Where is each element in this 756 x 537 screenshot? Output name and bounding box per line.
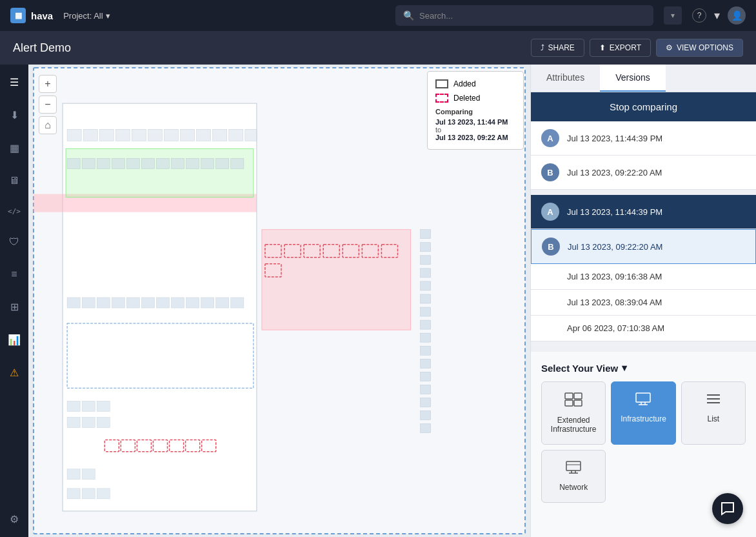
svg-rect-74 <box>421 307 431 316</box>
sidebar-item-shield[interactable]: 🛡 <box>5 232 23 252</box>
user-avatar[interactable]: 👤 <box>728 6 746 25</box>
share-icon: ⤴ <box>541 43 544 52</box>
version-item-b-selected[interactable]: B Jul 13 2023, 09:22:20 AM <box>531 229 756 264</box>
top-nav: ▦ hava Project: All ▾ 🔍 ▾ ? ▾ 👤 <box>0 0 756 31</box>
version-item-5[interactable]: Apr 06 2023, 07:10:38 AM <box>531 316 756 341</box>
svg-rect-60 <box>67 417 80 427</box>
svg-rect-13 <box>213 129 227 141</box>
sidebar-item-grid[interactable]: ▦ <box>6 138 23 158</box>
svg-rect-88 <box>636 393 650 402</box>
svg-rect-14 <box>229 129 243 141</box>
help-icon[interactable]: ? <box>692 8 706 23</box>
svg-rect-72 <box>421 281 431 290</box>
page-header: Alert Demo ⤴ SHARE ⬆ EXPORT ⚙ VIEW OPTIO… <box>0 31 756 65</box>
search-dropdown-btn[interactable]: ▾ <box>664 6 682 25</box>
svg-rect-27 <box>231 158 244 168</box>
svg-rect-24 <box>186 158 199 168</box>
project-selector[interactable]: Project: All ▾ <box>63 11 110 21</box>
svg-rect-79 <box>421 372 431 381</box>
legend-deleted: Deleted <box>435 94 515 103</box>
stop-comparing-button[interactable]: Stop comparing <box>531 92 756 121</box>
svg-rect-20 <box>126 158 139 168</box>
canvas-home-button[interactable]: ⌂ <box>39 116 57 134</box>
sidebar-item-download[interactable]: ⬇ <box>6 105 23 125</box>
share-button[interactable]: ⤴ SHARE <box>531 39 584 57</box>
legend-deleted-swatch <box>435 94 448 103</box>
chat-button[interactable] <box>712 493 743 524</box>
legend-added-label: Added <box>453 79 476 88</box>
nav-icons: ? ▾ 👤 <box>692 6 746 25</box>
sidebar-item-monitor[interactable]: 🖥 <box>5 171 23 190</box>
canvas-controls: + − ⌂ <box>39 75 57 134</box>
view-option-infrastructure[interactable]: Infrastructure <box>611 381 675 445</box>
view-option-list[interactable]: List <box>681 381 746 445</box>
svg-rect-26 <box>216 158 229 168</box>
sidebar-item-chart[interactable]: 📊 <box>4 330 25 350</box>
svg-rect-19 <box>112 158 124 168</box>
sidebar-item-menu[interactable]: ☰ <box>6 72 23 92</box>
sidebar-item-grid2[interactable]: ⊞ <box>6 297 23 317</box>
list-view-icon <box>706 392 721 409</box>
svg-rect-95 <box>566 461 581 471</box>
section-divider-2 <box>531 341 756 352</box>
legend-box: Added Deleted Comparing Jul 13 2023, 11:… <box>427 71 524 150</box>
version-item-3[interactable]: Jul 13 2023, 09:16:38 AM <box>531 264 756 290</box>
network-view-icon <box>565 461 582 478</box>
sidebar-item-settings[interactable]: ⚙ <box>6 509 23 529</box>
version-badge-b: B <box>541 163 559 181</box>
svg-rect-12 <box>197 129 211 141</box>
svg-rect-46 <box>201 298 214 308</box>
canvas-area: + − ⌂ <box>28 65 530 537</box>
legend-added: Added <box>435 79 515 88</box>
svg-rect-64 <box>82 469 95 480</box>
svg-rect-80 <box>421 385 431 394</box>
export-button[interactable]: ⬆ EXPORT <box>590 39 651 57</box>
notifications-icon[interactable]: ▾ <box>714 8 720 23</box>
view-option-network-label: Network <box>559 483 588 492</box>
version-item-4[interactable]: Jul 13 2023, 08:39:04 AM <box>531 290 756 316</box>
svg-rect-43 <box>156 298 169 308</box>
comparing-to-label: to <box>435 126 515 134</box>
comparing-date-to: Jul 13 2023, 09:22 AM <box>435 134 515 141</box>
view-option-extended-infra-label: Extended Infrastructure <box>547 416 600 434</box>
svg-rect-37 <box>67 298 80 308</box>
version-date-a-selected: Jul 13 2023, 11:44:39 PM <box>567 207 662 217</box>
version-item-b-default[interactable]: B Jul 13 2023, 09:22:20 AM <box>531 156 756 190</box>
diagram-container[interactable]: Added Deleted Comparing Jul 13 2023, 11:… <box>28 65 530 537</box>
sidebar-item-list[interactable]: ≡ <box>7 265 21 284</box>
left-sidebar: ☰ ⬇ ▦ 🖥 </> 🛡 ≡ ⊞ 📊 ⚠ ⚙ <box>0 65 28 537</box>
zoom-in-button[interactable]: + <box>39 75 57 93</box>
logo-area[interactable]: ▦ hava <box>10 8 53 23</box>
view-options-button[interactable]: ⚙ VIEW OPTIONS <box>656 39 743 57</box>
comparing-date-from: Jul 13 2023, 11:44 PM <box>435 118 515 126</box>
svg-rect-59 <box>97 401 110 411</box>
svg-rect-5 <box>83 129 97 141</box>
search-input[interactable] <box>419 11 646 21</box>
version-date-3: Jul 13 2023, 09:16:38 AM <box>567 272 662 281</box>
version-item-a-default[interactable]: A Jul 13 2023, 11:44:39 PM <box>531 121 756 156</box>
svg-rect-77 <box>421 346 431 355</box>
svg-rect-45 <box>186 298 199 308</box>
legend-deleted-label: Deleted <box>453 94 480 103</box>
svg-rect-17 <box>82 158 95 168</box>
sidebar-item-code[interactable]: </> <box>4 203 25 219</box>
svg-rect-11 <box>181 129 195 141</box>
svg-rect-38 <box>82 298 95 308</box>
svg-rect-62 <box>97 417 110 427</box>
svg-rect-82 <box>421 410 431 420</box>
svg-rect-69 <box>421 243 431 252</box>
zoom-out-button[interactable]: − <box>39 96 57 114</box>
tab-attributes[interactable]: Attributes <box>531 65 600 92</box>
panel-tabs: Attributes Versions <box>531 65 756 92</box>
svg-rect-39 <box>97 298 110 308</box>
version-item-a-selected[interactable]: A Jul 13 2023, 11:44:39 PM <box>531 195 756 229</box>
svg-rect-9 <box>148 129 162 141</box>
view-option-extended-infrastructure[interactable]: Extended Infrastructure <box>541 381 606 445</box>
version-badge-a: A <box>541 129 559 147</box>
svg-rect-65 <box>67 489 80 499</box>
sidebar-item-alert[interactable]: ⚠ <box>6 363 23 383</box>
view-option-network[interactable]: Network <box>541 450 606 503</box>
logo-icon: ▦ <box>10 8 26 23</box>
tab-versions[interactable]: Versions <box>600 65 666 92</box>
panel-content: Stop comparing A Jul 13 2023, 11:44:39 P… <box>531 92 756 537</box>
